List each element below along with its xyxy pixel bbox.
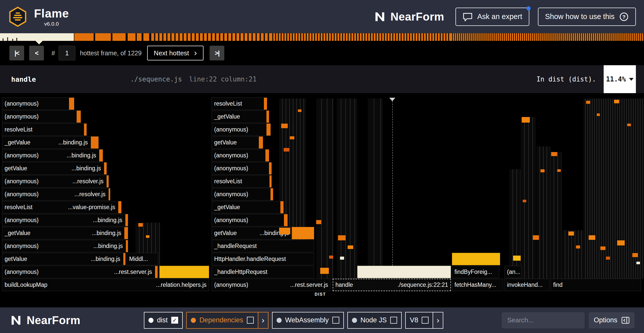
frame-label: (anonymous) <box>5 243 39 249</box>
frame-anonymous[interactable]: (anonymous) <box>2 110 81 123</box>
frame-fetchhasmany[interactable]: fetchHasMany... <box>452 279 503 291</box>
next-hottest-button[interactable]: Next hottest › <box>147 46 204 60</box>
frame-label: (anonymous) <box>214 165 248 172</box>
minimap-tick <box>7 37 8 41</box>
frame-handle[interactable]: handle./sequence.js:22:21 <box>333 279 451 291</box>
frame-label: (anonymous) <box>214 152 248 159</box>
frame-anonymous[interactable]: (anonymous) <box>2 97 74 110</box>
filter-checkbox[interactable] <box>390 317 397 324</box>
frame-anonymous[interactable]: (anonymous) <box>212 149 269 162</box>
frame-anonymous[interactable]: (anonymous)...binding.js <box>2 214 128 226</box>
frame-an[interactable]: (an... <box>504 266 522 278</box>
heat-spot <box>533 235 539 240</box>
stack-cluster <box>368 98 383 279</box>
frame-file: ...binding.js <box>86 256 120 262</box>
frame-anonymous[interactable]: (anonymous) <box>212 188 273 201</box>
frame-handlehttprequest[interactable]: _handleHttpRequest <box>212 266 314 278</box>
frame-anonymous[interactable]: (anonymous) <box>212 214 288 226</box>
frame-middl[interactable]: Middl... <box>127 253 158 265</box>
previous-frame-button[interactable]: < <box>29 46 44 60</box>
frame-anonymous[interactable]: (anonymous)...rest.server.js <box>212 279 331 291</box>
filter-webassembly[interactable]: WebAssembly <box>272 312 344 329</box>
frame-handlerequest[interactable]: _handleRequest <box>212 240 314 252</box>
frame-label: _getValue <box>214 204 240 211</box>
minimap-heat-block <box>143 33 149 41</box>
filter-checkbox[interactable] <box>332 317 339 324</box>
filter-checkbox[interactable] <box>422 317 429 324</box>
frame-anonymous[interactable]: (anonymous) <box>212 123 271 136</box>
show-how-button[interactable]: Show how to use this ? <box>538 8 636 26</box>
minimap-heat-block <box>137 33 142 41</box>
frame-rank-info: hottest frame, of 1229 <box>80 49 142 57</box>
stack-cluster <box>583 98 644 279</box>
minimap-heat-block <box>112 33 126 41</box>
frame-number-hash: # <box>52 49 55 57</box>
filter-v8[interactable]: V8 <box>405 312 433 329</box>
heat-spot <box>589 235 595 240</box>
frame-getvalue[interactable]: _getValue <box>212 110 269 123</box>
frame-invokehand[interactable]: invokeHand... <box>504 279 550 291</box>
frame-file: ...rest.server.js <box>109 269 152 275</box>
next-hottest-label: Next hottest <box>154 49 189 57</box>
frame-label: HttpHandler.handleRequest <box>214 256 286 262</box>
filter-node-js[interactable]: Node JS <box>347 312 402 329</box>
heat-spot <box>636 262 640 264</box>
footer-nearform-logo: NearForm <box>9 314 80 327</box>
nearform-wordmark: NearForm <box>391 10 444 23</box>
frame-block[interactable] <box>292 227 314 239</box>
frame-getvalue[interactable]: _getValue <box>212 201 284 213</box>
app-title: Flame <box>34 7 69 20</box>
filter-label: Dependencies <box>199 316 243 324</box>
filter-dependencies[interactable]: Dependencies <box>186 312 258 329</box>
filter-label: dist <box>157 316 168 324</box>
flame-graph[interactable]: DIST (anonymous)(anonymous)resolveList_g… <box>0 93 644 307</box>
filter-label: WebAssembly <box>285 316 329 324</box>
ask-expert-button[interactable]: Ask an expert <box>455 8 529 26</box>
frame-getvalue[interactable]: getValue...binding.js <box>2 253 126 265</box>
frame-block[interactable] <box>357 266 451 278</box>
filter-checkbox[interactable] <box>247 317 254 324</box>
filter-dist[interactable]: dist✓ <box>144 312 183 329</box>
frame-label: Middl... <box>129 256 148 262</box>
frame-resolvelist[interactable]: resolveList <box>212 97 267 110</box>
frame-httphandler-handlerequest[interactable]: HttpHandler.handleRequest <box>212 253 314 265</box>
stack-cluster <box>562 230 583 279</box>
flame-minimap[interactable] <box>0 33 644 41</box>
frame-resolvelist[interactable]: resolveList <box>212 175 272 188</box>
filter-checkbox[interactable]: ✓ <box>171 317 178 324</box>
frame-block[interactable] <box>159 266 209 278</box>
frame-block[interactable] <box>452 253 500 265</box>
frame-label: (an... <box>507 269 520 275</box>
frame-getvalue[interactable]: _getValue...binding.js <box>2 136 99 149</box>
frame-findbyforeig[interactable]: findByForeig... <box>452 266 499 278</box>
frame-anonymous[interactable]: (anonymous)...resolver.js <box>2 188 110 201</box>
app-title-block: Flame v6.0.0 <box>34 7 69 27</box>
frame-getvalue[interactable]: getValue...binding.js <box>2 162 107 175</box>
frame-resolvelist[interactable]: resolveList <box>2 123 87 136</box>
frame-anonymous[interactable]: (anonymous)...resolver.js <box>2 175 109 188</box>
options-button[interactable]: Options <box>589 312 635 328</box>
last-frame-button[interactable]: >| <box>210 46 224 60</box>
frame-label: _getValue <box>5 230 30 237</box>
frame-number-input[interactable] <box>59 46 75 60</box>
frame-file: ...binding.js <box>88 217 122 224</box>
frame-anonymous[interactable]: (anonymous)...binding.js <box>2 149 103 162</box>
filter-expander[interactable]: › <box>433 312 443 329</box>
heat-spot <box>329 256 333 259</box>
search-input[interactable] <box>502 312 585 328</box>
first-frame-button[interactable]: |< <box>9 46 24 60</box>
heat-spot <box>551 152 557 156</box>
frame-anonymous[interactable]: (anonymous)...rest.server.js <box>2 266 158 278</box>
filter-expander[interactable]: › <box>258 312 268 329</box>
frame-label: _getValue <box>5 139 30 146</box>
frame-anonymous[interactable]: (anonymous)...binding.js <box>2 240 128 252</box>
frame-getvalue[interactable]: getValue <box>212 136 263 149</box>
frame-anonymous[interactable]: (anonymous) <box>212 162 272 175</box>
frame-buildlookupmap[interactable]: buildLookupMap...relation.helpers.js <box>2 279 209 291</box>
frame-find[interactable]: find <box>551 279 641 291</box>
frame-file: ...binding.js <box>89 243 123 249</box>
frame-getvalue[interactable]: _getValue...binding.js <box>2 227 128 239</box>
frame-resolvelist[interactable]: resolveList...value-promise.js <box>2 201 122 213</box>
percent-dropdown[interactable]: 11.4% <box>604 65 636 93</box>
heat-spot <box>290 136 294 139</box>
